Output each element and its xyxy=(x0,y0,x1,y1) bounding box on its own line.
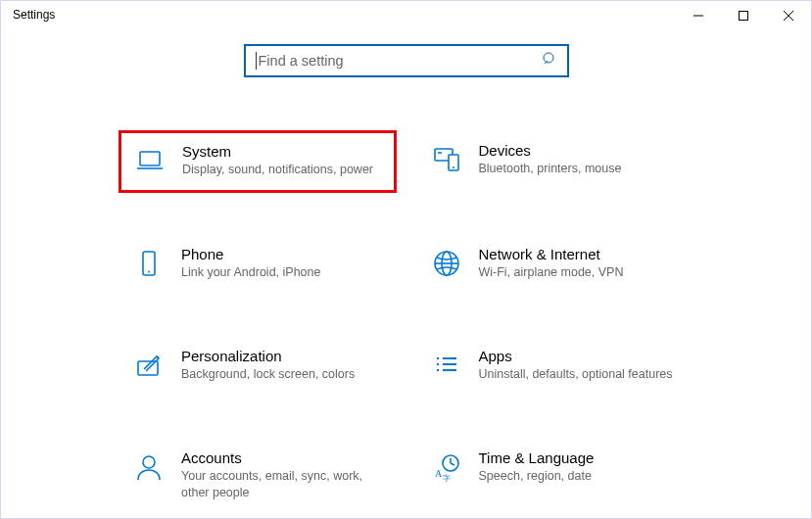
svg-point-18 xyxy=(157,356,159,358)
svg-line-28 xyxy=(451,463,454,465)
svg-point-4 xyxy=(544,53,553,63)
tile-personalization[interactable]: Personalization Background, lock screen,… xyxy=(119,336,397,397)
tile-desc: Bluetooth, printers, mouse xyxy=(479,161,622,177)
settings-grid: System Display, sound, notifications, po… xyxy=(1,77,811,514)
tile-accounts[interactable]: Accounts Your accounts, email, sync, wor… xyxy=(119,438,397,515)
tile-phone[interactable]: Phone Link your Android, iPhone xyxy=(119,234,397,295)
tile-network[interactable]: Network & Internet Wi-Fi, airplane mode,… xyxy=(416,234,694,295)
paintbrush-icon xyxy=(130,348,167,381)
svg-text:字: 字 xyxy=(443,474,451,483)
tile-desc: Wi-Fi, airplane mode, VPN xyxy=(479,264,624,281)
svg-text:A: A xyxy=(435,468,443,479)
phone-icon xyxy=(130,246,167,279)
tile-title: Time & Language xyxy=(479,449,595,466)
svg-rect-1 xyxy=(740,12,748,21)
svg-point-13 xyxy=(148,270,150,272)
tile-apps[interactable]: Apps Uninstall, defaults, optional featu… xyxy=(416,336,694,397)
tile-devices[interactable]: Devices Bluetooth, printers, mouse xyxy=(416,130,694,193)
tile-title: Accounts xyxy=(181,449,381,466)
search-container: Find a setting xyxy=(1,44,811,77)
tile-desc: Speech, region, date xyxy=(479,468,595,485)
close-button[interactable] xyxy=(766,1,811,30)
person-icon xyxy=(130,449,167,483)
tile-title: Devices xyxy=(479,142,622,159)
search-input[interactable]: Find a setting xyxy=(244,44,569,77)
tile-desc: Display, sound, notifications, power xyxy=(182,162,373,178)
window-title: Settings xyxy=(13,1,55,22)
laptop-icon xyxy=(131,143,168,176)
window-controls xyxy=(676,1,811,30)
tile-desc: Background, lock screen, colors xyxy=(181,366,355,383)
devices-icon xyxy=(428,142,465,175)
tile-title: Phone xyxy=(181,246,320,262)
search-icon xyxy=(542,51,557,71)
tile-desc: Your accounts, email, sync, work, other … xyxy=(181,468,381,501)
search-placeholder: Find a setting xyxy=(259,53,542,69)
time-language-icon: A 字 xyxy=(428,449,465,483)
tile-title: Apps xyxy=(479,348,673,364)
globe-icon xyxy=(428,246,465,279)
tile-title: System xyxy=(182,143,373,160)
tile-system[interactable]: System Display, sound, notifications, po… xyxy=(119,130,397,193)
tile-time-language[interactable]: A 字 Time & Language Speech, region, date xyxy=(416,438,694,515)
svg-point-10 xyxy=(453,166,454,168)
apps-list-icon xyxy=(428,348,465,381)
titlebar: Settings xyxy=(1,1,811,32)
maximize-button[interactable] xyxy=(721,1,766,30)
tile-desc: Link your Android, iPhone xyxy=(181,264,320,281)
svg-point-25 xyxy=(143,456,155,468)
text-cursor xyxy=(256,52,257,70)
tile-title: Network & Internet xyxy=(479,246,624,262)
minimize-button[interactable] xyxy=(676,1,721,30)
tile-title: Personalization xyxy=(181,348,355,364)
svg-rect-6 xyxy=(140,152,160,165)
tile-desc: Uninstall, defaults, optional features xyxy=(479,366,673,383)
